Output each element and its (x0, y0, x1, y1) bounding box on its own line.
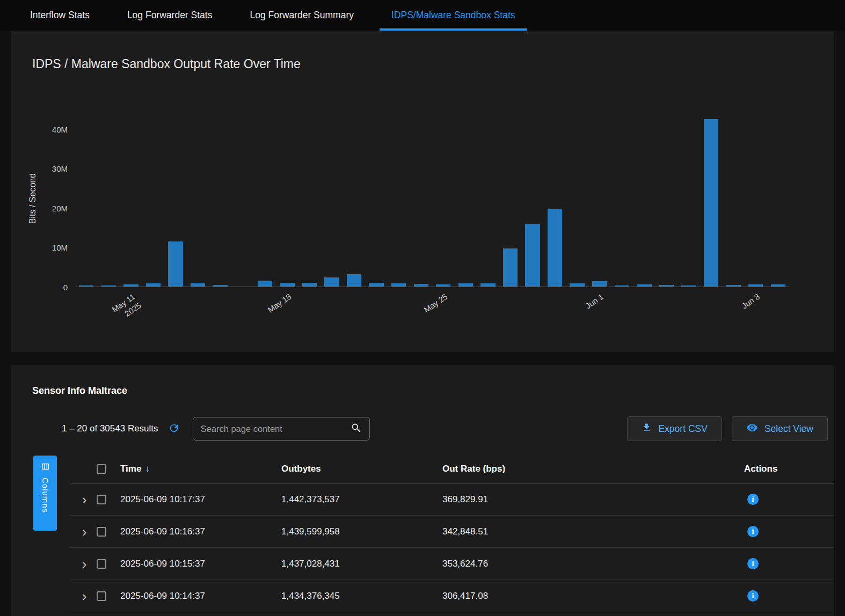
results-count: 1 – 20 of 30543 Results (62, 423, 158, 434)
columns-button[interactable]: Columns (33, 456, 57, 531)
tab-label: Log Forwarder Stats (127, 10, 213, 21)
export-csv-button[interactable]: Export CSV (627, 416, 722, 441)
chart-bar[interactable] (414, 284, 428, 287)
cell-time: 2025-06-09 10:15:37 (117, 559, 278, 569)
cell-outbytes: 1,442,373,537 (278, 494, 439, 505)
tab-interflow-stats[interactable]: Interflow Stats (18, 0, 101, 31)
row-checkbox[interactable] (97, 527, 106, 537)
columns-grid-icon (41, 462, 50, 473)
tab-idps-malware-sandbox-stats[interactable]: IDPS/Malware Sandbox Stats (380, 0, 527, 31)
x-tick-label: Jun 8 (740, 291, 762, 311)
chart-bar[interactable] (592, 281, 607, 287)
tab-label: Log Forwarder Summary (250, 10, 354, 21)
chart-bar[interactable] (101, 285, 116, 287)
table-row: › 2025-06-09 10:14:37 1,434,376,345 306,… (70, 580, 834, 612)
row-checkbox[interactable] (97, 495, 106, 504)
chart-bar[interactable] (570, 283, 584, 287)
chart-bar[interactable] (615, 285, 629, 287)
cell-time: 2025-06-09 10:14:37 (117, 591, 278, 602)
column-header-outbytes[interactable]: Outbytes (278, 464, 439, 474)
info-icon[interactable]: i (747, 526, 759, 537)
cell-time: 2025-06-09 10:16:37 (117, 526, 278, 537)
chart-bar[interactable] (79, 285, 93, 287)
columns-button-label: Columns (41, 478, 50, 513)
table-header-row: Time↓ Outbytes Out Rate (bps) Actions (70, 454, 834, 483)
row-expand-chevron-icon[interactable]: › (77, 557, 91, 571)
x-tick-label: Jun 1 (584, 291, 606, 311)
chart-bar[interactable] (503, 248, 518, 287)
cell-out-rate: 353,624.76 (439, 559, 741, 569)
select-all-checkbox[interactable] (97, 464, 106, 474)
select-view-button[interactable]: Select View (732, 416, 828, 441)
search-input[interactable] (201, 424, 351, 434)
cell-actions: i (741, 590, 834, 602)
y-axis-label: Bits / Second (28, 173, 38, 223)
x-tick-label: May 18 (266, 291, 294, 316)
chart-bar[interactable] (324, 277, 339, 287)
cell-actions: i (741, 494, 834, 505)
chart-bar[interactable] (302, 283, 317, 287)
download-icon (642, 422, 652, 435)
chart-bar[interactable] (748, 284, 763, 287)
column-header-time[interactable]: Time↓ (117, 464, 278, 474)
chart-bar[interactable] (369, 283, 383, 287)
chart-bar[interactable] (280, 283, 294, 287)
table-row: › 2025-06-09 10:17:37 1,442,373,537 369,… (70, 483, 834, 516)
info-icon[interactable]: i (747, 558, 759, 569)
tab-log-forwarder-summary[interactable]: Log Forwarder Summary (238, 0, 366, 31)
chart-panel: IDPS / Malware Sandbox Output Rate Over … (11, 31, 834, 352)
chart-bar[interactable] (704, 119, 718, 287)
section-title: Sensor Info Maltrace (32, 384, 834, 397)
chart-plot: May 11 2025May 18May 25Jun 1Jun 8 (75, 109, 789, 287)
chart-bar[interactable] (391, 283, 406, 287)
select-view-label: Select View (764, 423, 813, 435)
row-checkbox[interactable] (97, 559, 106, 569)
tab-log-forwarder-stats[interactable]: Log Forwarder Stats (115, 0, 224, 31)
search-icon[interactable] (351, 422, 362, 436)
chart-bar[interactable] (480, 283, 495, 287)
cell-outbytes: 1,437,028,431 (278, 559, 439, 569)
top-tab-bar: Interflow Stats Log Forwarder Stats Log … (0, 0, 845, 31)
table-row: › 2025-06-09 10:16:37 1,439,599,958 342,… (70, 516, 834, 548)
chart-bar[interactable] (146, 283, 161, 287)
chart-bar[interactable] (213, 285, 227, 287)
chart-bar[interactable] (191, 283, 205, 287)
cell-out-rate: 369,829.91 (439, 494, 741, 505)
x-tick-label: May 25 (421, 291, 449, 316)
cell-out-rate: 342,848.51 (439, 526, 741, 537)
eye-icon (746, 422, 758, 436)
x-tick-label: May 11 2025 (110, 291, 143, 324)
chart-bar[interactable] (659, 285, 674, 287)
y-tick-label: 20M (52, 203, 68, 212)
cell-outbytes: 1,434,376,345 (278, 591, 439, 602)
search-box (193, 417, 370, 441)
row-checkbox[interactable] (97, 591, 106, 601)
y-tick-label: 30M (52, 164, 68, 173)
y-axis-label-column: Bits / Second (24, 109, 42, 287)
info-icon[interactable]: i (747, 590, 759, 602)
chart-bar[interactable] (168, 241, 183, 287)
sensor-info-panel: Sensor Info Maltrace 1 – 20 of 30543 Res… (11, 365, 834, 616)
chart-bar[interactable] (637, 284, 651, 287)
chart-bar[interactable] (436, 284, 450, 287)
row-expand-chevron-icon[interactable]: › (77, 589, 91, 603)
y-tick-label: 10M (52, 243, 68, 252)
chart-bar[interactable] (726, 285, 740, 287)
info-icon[interactable]: i (747, 494, 759, 505)
chart-bar[interactable] (681, 285, 696, 287)
chart-bar[interactable] (548, 209, 562, 287)
row-expand-chevron-icon[interactable]: › (77, 525, 91, 539)
row-expand-chevron-icon[interactable]: › (77, 493, 91, 507)
chart-bar[interactable] (771, 284, 785, 287)
refresh-button[interactable] (168, 422, 180, 436)
chart-bar[interactable] (123, 284, 138, 287)
y-tick-label: 40M (52, 124, 68, 134)
chart-bar[interactable] (258, 281, 272, 287)
column-header-time-label: Time (120, 464, 141, 474)
chart-bar[interactable] (347, 274, 361, 287)
chart-bar[interactable] (525, 224, 540, 287)
column-header-out-rate[interactable]: Out Rate (bps) (439, 464, 741, 474)
cell-outbytes: 1,439,599,958 (278, 526, 439, 537)
cell-actions: i (741, 526, 834, 537)
chart-bar[interactable] (458, 283, 473, 287)
